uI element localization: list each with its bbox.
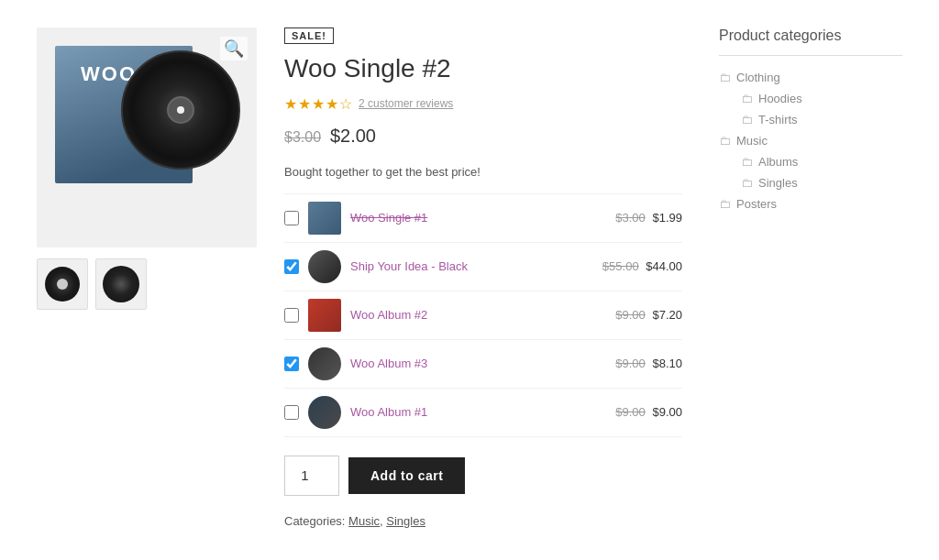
sidebar-divider (719, 55, 902, 56)
bundle-thumb-4 (308, 347, 341, 380)
bundle-checkbox-4[interactable] (284, 357, 299, 371)
bundle-new-price-3: $7.20 (652, 308, 682, 322)
star-rating: ★★★★☆ 2 customer reviews (284, 95, 682, 113)
folder-icon-hoodies: 🗀 (741, 92, 753, 105)
product-meta: Categories: Music, Singles (284, 514, 682, 528)
main-content: WOO 🔍 (37, 27, 682, 528)
folder-icon-singles: 🗀 (741, 176, 753, 190)
folder-icon-music: 🗀 (719, 134, 731, 148)
page-wrapper: WOO 🔍 (0, 0, 939, 555)
bundle-thumb-2 (308, 250, 341, 283)
folder-icon: 🗀 (719, 71, 731, 84)
bundle-item-name-2[interactable]: Ship Your Idea - Black (350, 259, 593, 273)
bundle-old-price-1: $3.00 (615, 211, 646, 225)
folder-icon-posters: 🗀 (719, 197, 731, 211)
bundle-items-list: Woo Single #1 $3.00 $1.99 Ship Your Idea… (284, 193, 682, 437)
bundle-item-name-4[interactable]: Woo Album #3 (350, 357, 606, 370)
bundle-prices-1: $3.00 $1.99 (615, 211, 682, 225)
meta-label: Categories: (284, 514, 345, 528)
vinyl-record (121, 50, 240, 170)
vinyl-hole (177, 106, 184, 114)
bundle-old-price-5: $9.00 (615, 405, 646, 419)
folder-icon-albums: 🗀 (741, 155, 753, 169)
meta-category-music[interactable]: Music (348, 514, 380, 528)
sidebar-sub-music: 🗀 Albums 🗀 Singles (741, 155, 902, 190)
bundle-checkbox-1[interactable] (284, 211, 299, 225)
thumb-vinyl-img (45, 267, 80, 302)
add-to-cart-button[interactable]: Add to cart (348, 457, 465, 494)
bundle-item: Woo Album #2 $9.00 $7.20 (284, 291, 682, 340)
sidebar-sub-clothing: 🗀 Hoodies 🗀 T-shirts (741, 92, 902, 126)
thumb-vinyl (103, 266, 139, 302)
main-product-image: WOO 🔍 (37, 27, 257, 247)
bundle-thumb-1 (308, 202, 341, 235)
bundle-item: Woo Single #1 $3.00 $1.99 (284, 193, 682, 243)
bundle-prices-3: $9.00 $7.20 (615, 308, 682, 322)
vinyl-center (167, 96, 194, 124)
cat-label-posters[interactable]: Posters (736, 197, 777, 211)
bundle-old-price-2: $55.00 (602, 259, 639, 273)
new-price: $2.00 (330, 126, 376, 146)
thumbnail-2[interactable] (95, 258, 147, 310)
bundle-checkbox-2[interactable] (284, 259, 299, 274)
bundle-checkbox-3[interactable] (284, 308, 299, 323)
bundle-item: Woo Album #1 $9.00 $9.00 (284, 389, 682, 437)
cat-label-albums[interactable]: Albums (758, 155, 798, 169)
product-details: SALE! Woo Single #2 ★★★★☆ 2 customer rev… (284, 27, 682, 528)
cart-row: Add to cart (284, 456, 682, 496)
sidebar-item-singles[interactable]: 🗀 Singles (741, 176, 902, 190)
sidebar-item-music[interactable]: 🗀 Music (719, 134, 902, 148)
cat-label-music[interactable]: Music (736, 134, 768, 148)
cat-label-singles[interactable]: Singles (758, 176, 798, 190)
bundle-item-name-5[interactable]: Woo Album #1 (350, 405, 606, 419)
bundle-new-price-1: $1.99 (652, 211, 682, 225)
product-images: WOO 🔍 (37, 27, 257, 528)
sidebar-item-albums[interactable]: 🗀 Albums (741, 155, 902, 169)
sidebar-item-tshirts[interactable]: 🗀 T-shirts (741, 113, 902, 126)
sidebar-item-hoodies[interactable]: 🗀 Hoodies (741, 92, 902, 105)
zoom-icon[interactable]: 🔍 (220, 37, 248, 60)
bundle-thumb-3 (308, 299, 341, 332)
thumbnail-row (37, 258, 257, 310)
stars: ★★★★☆ (284, 95, 353, 113)
bundle-prices-2: $55.00 $44.00 (602, 259, 682, 273)
product-title: Woo Single #2 (284, 53, 682, 84)
bundle-old-price-3: $9.00 (615, 308, 646, 322)
bundle-thumb-5 (308, 396, 341, 429)
price-row: $3.00 $2.00 (284, 126, 682, 147)
sidebar-item-posters[interactable]: 🗀 Posters (719, 197, 902, 211)
quantity-input[interactable] (284, 456, 339, 496)
bundle-new-price-4: $8.10 (652, 357, 682, 370)
bundle-item: Woo Album #3 $9.00 $8.10 (284, 340, 682, 389)
cat-label-hoodies[interactable]: Hoodies (758, 92, 802, 105)
bundle-prices-4: $9.00 $8.10 (615, 357, 682, 370)
review-link[interactable]: 2 customer reviews (359, 97, 453, 110)
sidebar-item-clothing[interactable]: 🗀 Clothing (719, 71, 902, 84)
old-price: $3.00 (284, 129, 321, 145)
meta-category-singles[interactable]: Singles (386, 514, 425, 528)
bundle-old-price-4: $9.00 (615, 357, 646, 370)
bundle-new-price-2: $44.00 (646, 259, 682, 273)
bundle-item-name-1[interactable]: Woo Single #1 (350, 211, 606, 225)
bundle-prices-5: $9.00 $9.00 (615, 405, 682, 419)
bundle-item-name-3[interactable]: Woo Album #2 (350, 308, 606, 322)
bundle-item: Ship Your Idea - Black $55.00 $44.00 (284, 243, 682, 291)
sidebar: Product categories 🗀 Clothing 🗀 Hoodies … (719, 27, 902, 528)
thumbnail-1[interactable] (37, 258, 88, 310)
cat-label-tshirts[interactable]: T-shirts (758, 113, 798, 126)
bundle-new-price-5: $9.00 (652, 405, 682, 419)
cat-label-clothing[interactable]: Clothing (736, 71, 780, 84)
bundle-checkbox-5[interactable] (284, 405, 299, 420)
folder-icon-tshirts: 🗀 (741, 113, 753, 126)
bundle-intro-text: Bought together to get the best price! (284, 165, 682, 179)
sidebar-title: Product categories (719, 27, 902, 44)
sale-badge: SALE! (284, 27, 334, 44)
